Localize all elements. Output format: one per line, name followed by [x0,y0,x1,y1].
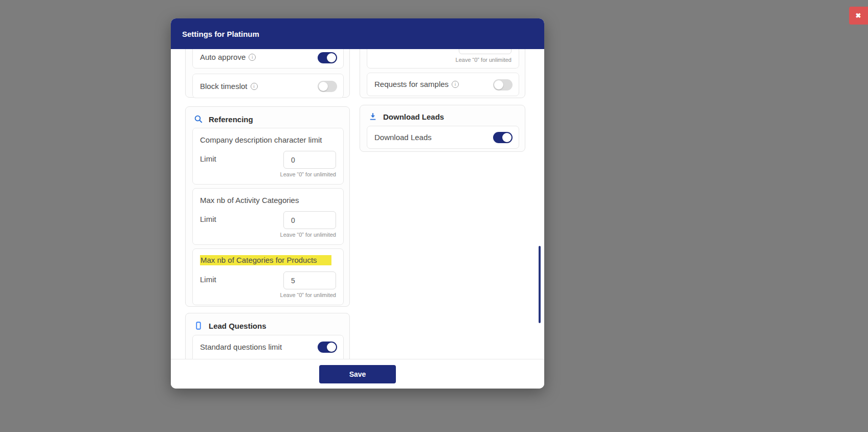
auto-approve-card: Auto approve i [192,49,344,69]
limit-label: Limit [200,215,216,223]
group-right-top: Leave “0” for unlimited Requests for sam… [360,49,525,98]
auto-approve-label: Auto approve [200,53,246,61]
info-icon[interactable]: i [452,81,459,88]
helper-text: Leave “0” for unlimited [280,232,336,238]
limit-input[interactable] [283,151,336,169]
group-general-toggles: Auto approve i Block timeslot i [185,49,350,98]
block-timeslot-toggle[interactable] [318,81,337,92]
lead-questions-title: Lead Questions [209,322,266,330]
modal-body: Auto approve i Block timeslot i [171,49,544,359]
toggle-knob [319,82,328,91]
limit-input[interactable] [283,211,336,229]
partial-limit-card: Leave “0” for unlimited [367,49,519,69]
auto-approve-toggle[interactable] [318,52,337,63]
download-leads-label: Download Leads [374,133,432,142]
settings-modal: Settings for Platinum Auto approve i Blo… [171,18,544,389]
helper-text: Leave “0” for unlimited [280,292,336,298]
modal-footer: Save [171,359,544,389]
download-leads-card: Download Leads [367,126,519,149]
block-timeslot-label: Block timeslot [200,82,248,90]
toggle-knob [327,343,336,352]
download-leads-title: Download Leads [383,112,444,121]
close-button[interactable]: ✖ [849,7,868,25]
download-icon [368,112,377,121]
requests-for-samples-card: Requests for samples i [367,73,519,96]
standard-questions-toggle[interactable] [318,342,337,353]
company-description-limit-card: Company description character limit Limi… [192,128,344,185]
group-lead-questions: Lead Questions Standard questions limit [185,313,350,359]
search-icon [194,115,203,124]
card-title: Max nb of Activity Categories [200,196,299,204]
standard-questions-label: Standard questions limit [200,343,282,351]
card-title-highlighted: Max nb of Categories for Products [200,255,331,265]
requests-for-samples-toggle[interactable] [493,79,513,90]
limit-input[interactable] [459,49,511,54]
modal-header: Settings for Platinum [171,18,544,49]
group-referencing: Referencing Company description characte… [185,106,350,307]
standard-questions-card: Standard questions limit [192,335,344,359]
block-timeslot-card: Block timeslot i [192,74,344,98]
product-categories-limit-card: Max nb of Categories for Products Limit … [192,248,344,305]
info-icon[interactable]: i [251,83,258,90]
activity-categories-limit-card: Max nb of Activity Categories Limit Leav… [192,188,344,245]
save-button[interactable]: Save [319,365,396,383]
toggle-knob [494,80,503,89]
helper-text: Leave “0” for unlimited [456,57,511,63]
toggle-knob [502,133,511,142]
info-icon[interactable]: i [249,54,256,61]
toggle-knob [327,53,336,62]
card-title: Company description character limit [200,135,322,144]
modal-scrollbar-thumb[interactable] [539,246,541,323]
requests-for-samples-label: Requests for samples [374,80,449,88]
referencing-title: Referencing [209,115,253,124]
limit-label: Limit [200,154,216,163]
download-leads-toggle[interactable] [493,132,513,143]
modal-title: Settings for Platinum [182,30,259,38]
close-icon: ✖ [856,12,861,19]
phone-icon [194,321,203,330]
helper-text: Leave “0” for unlimited [280,171,336,177]
limit-input[interactable] [283,271,336,289]
limit-label: Limit [200,275,216,284]
group-download-leads: Download Leads Download Leads [360,105,525,152]
